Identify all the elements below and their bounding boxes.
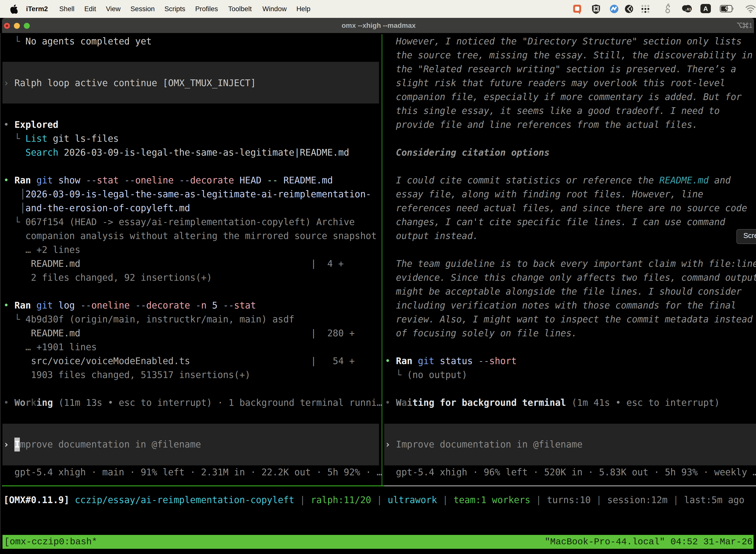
svg-text:A: A xyxy=(703,5,708,12)
svg-text:..61: ..61 xyxy=(685,7,691,11)
svg-text:1: 1 xyxy=(749,22,753,29)
